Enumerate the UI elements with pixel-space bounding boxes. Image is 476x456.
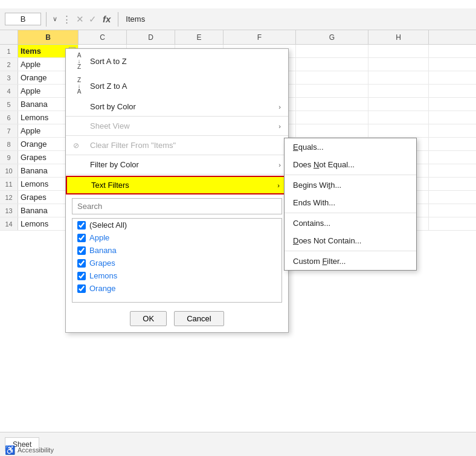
column-headers: B C D E F G H <box>0 30 476 45</box>
col-header-G[interactable]: G <box>296 30 368 44</box>
col-header-F[interactable]: F <box>224 30 296 44</box>
col-header-E[interactable]: E <box>175 30 224 44</box>
cell-H-4[interactable] <box>368 85 429 97</box>
submenu-arrow-text-filters: › <box>277 182 280 189</box>
cell-H-3[interactable] <box>368 71 429 84</box>
filter-menu: A↓Z Sort A to Z Z↓A Sort Z to A Sort by … <box>65 48 289 333</box>
filter-checkbox[interactable] <box>77 221 86 230</box>
menu-item-clear-filter: ⊘ Clear Filter From "Items" <box>66 137 288 153</box>
sort-az-label: Sort A to Z <box>90 57 127 66</box>
filter-checkbox[interactable] <box>77 259 86 268</box>
row-number: 3 <box>0 71 18 84</box>
tf-not-contain-ul: D <box>293 236 298 245</box>
formula-bar-dots: ⋮ <box>62 14 71 25</box>
cell-reference-box[interactable]: B <box>5 13 41 25</box>
sort-za-label: Sort Z to A <box>90 82 127 91</box>
tf-item-custom[interactable]: Custom Filter... <box>285 252 416 270</box>
submenu-arrow-sheet-view: › <box>278 123 281 130</box>
filter-checkbox[interactable] <box>77 234 86 242</box>
separator-3 <box>66 155 288 155</box>
menu-item-sheet-view: Sheet View › <box>66 118 288 134</box>
row-number: 7 <box>0 124 18 137</box>
filter-check-label: Orange <box>89 284 115 293</box>
filter-check-item[interactable]: Grapes <box>72 257 281 269</box>
menu-item-filter-color[interactable]: Filter by Color › <box>66 156 288 173</box>
sheet-view-label: Sheet View <box>90 121 130 130</box>
filter-check-item[interactable]: (Select All) <box>72 219 281 231</box>
menu-item-sort-az[interactable]: A↓Z Sort A to Z <box>66 49 288 74</box>
filter-check-label: Apple <box>89 233 109 242</box>
filter-check-label: Banana <box>89 246 117 255</box>
tf-item-begins-with[interactable]: Begins With... <box>285 176 416 194</box>
col-header-C[interactable]: C <box>79 30 127 44</box>
col-header-D[interactable]: D <box>127 30 175 44</box>
cancel-icon[interactable]: ✕ <box>76 14 84 25</box>
cell-G-6[interactable] <box>296 111 368 124</box>
filter-cancel-button[interactable]: Cancel <box>174 311 224 326</box>
cell-H-7[interactable] <box>368 124 429 137</box>
chevron-down-icon[interactable]: ∨ <box>53 15 57 23</box>
tf-separator-2 <box>285 213 416 213</box>
row-number: 11 <box>0 178 18 190</box>
filter-checkbox[interactable] <box>77 246 86 255</box>
sort-color-label: Sort by Color <box>90 102 136 111</box>
formula-bar-separator <box>46 12 47 27</box>
tf-item-equals[interactable]: Equals... <box>285 138 416 156</box>
confirm-icon[interactable]: ✓ <box>89 14 97 25</box>
cell-H-2[interactable] <box>368 58 429 71</box>
col-header-B[interactable]: B <box>18 30 79 44</box>
tf-item-ends-with[interactable]: Ends With... <box>285 194 416 211</box>
filter-check-item[interactable]: Apple <box>72 231 281 244</box>
filter-checkbox[interactable] <box>77 272 86 280</box>
tf-item-not-contain[interactable]: Does Not Contain... <box>285 232 416 249</box>
submenu-arrow-filter-color: › <box>278 161 281 169</box>
tf-item-contains[interactable]: Contains... <box>285 214 416 232</box>
filter-clear-icon: ⊘ <box>73 141 85 150</box>
filter-check-item[interactable]: Banana <box>72 244 281 257</box>
filter-ok-button[interactable]: OK <box>130 311 167 326</box>
cell-G-7[interactable] <box>296 124 368 137</box>
fx-icon: fx <box>103 14 111 24</box>
formula-bar: B ∨ ⋮ ✕ ✓ fx Items <box>0 8 476 30</box>
separator-2 <box>66 135 288 136</box>
tf-not-equal-rest: ot Equal... <box>319 160 355 169</box>
row-number: 12 <box>0 191 18 204</box>
cell-G-1[interactable] <box>296 45 368 57</box>
tf-separator-3 <box>285 251 416 251</box>
filter-buttons: OK Cancel <box>66 306 288 332</box>
filter-checkbox[interactable] <box>77 284 86 293</box>
filter-check-item[interactable]: Orange <box>72 282 281 295</box>
formula-bar-separator2 <box>118 12 118 27</box>
col-header-H[interactable]: H <box>368 30 429 44</box>
cell-G-3[interactable] <box>296 71 368 84</box>
row-number: 1 <box>0 45 18 57</box>
cell-G-4[interactable] <box>296 85 368 97</box>
cell-H-6[interactable] <box>368 111 429 124</box>
menu-item-text-filters[interactable]: Text Filters › <box>66 176 288 194</box>
row-number: 6 <box>0 111 18 124</box>
clear-filter-label: Clear Filter From "Items" <box>90 141 176 150</box>
menu-item-sort-color[interactable]: Sort by Color › <box>66 98 288 115</box>
row-number: 2 <box>0 58 18 71</box>
row-number: 10 <box>0 164 18 177</box>
text-filters-label: Text Filters <box>91 181 129 190</box>
sheet-tabs: Sheet ♿ Accessibility <box>0 432 476 456</box>
cell-H-5[interactable] <box>368 98 429 111</box>
col-header-row-num <box>0 30 18 44</box>
row-number: 9 <box>0 151 18 164</box>
filter-search-input[interactable] <box>72 198 282 214</box>
cell-G-2[interactable] <box>296 58 368 71</box>
separator-4 <box>66 174 288 175</box>
filter-check-label: (Select All) <box>89 220 127 230</box>
tf-equals-label: E <box>293 143 298 152</box>
sort-za-icon: Z↓A <box>73 77 85 95</box>
tf-not-equal-ul: N <box>314 160 319 169</box>
tf-item-not-equal[interactable]: Does Not Equal... <box>285 156 416 173</box>
cell-G-5[interactable] <box>296 98 368 111</box>
filter-check-item[interactable]: Lemons <box>72 269 281 282</box>
menu-item-sort-za[interactable]: Z↓A Sort Z to A <box>66 74 288 98</box>
sort-az-icon: A↓Z <box>73 53 85 70</box>
filter-check-label: Grapes <box>89 259 115 268</box>
text-filters-submenu: Equals... Does Not Equal... Begins With.… <box>284 138 417 271</box>
cell-H-1[interactable] <box>368 45 429 57</box>
